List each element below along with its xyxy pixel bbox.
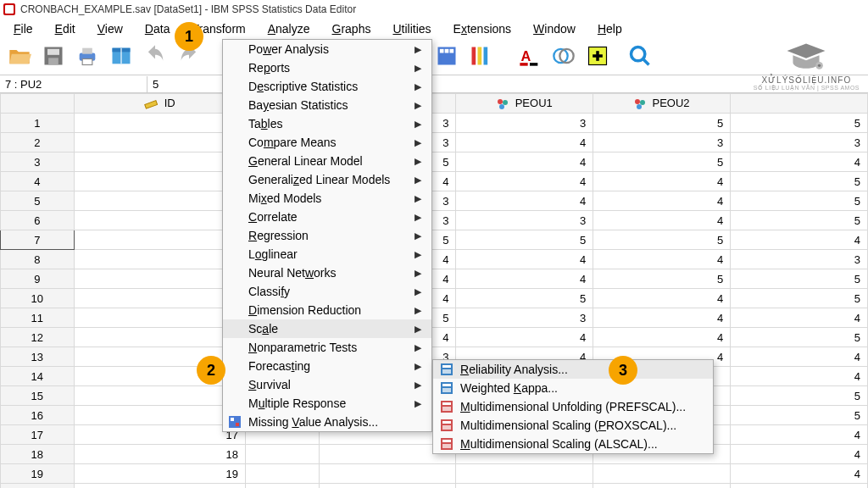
table-row[interactable]: 444445 [1,172,868,191]
menu-file[interactable]: File [3,20,43,37]
menu-item-multiple-response[interactable]: Multiple Response▶ [223,394,431,413]
table-row[interactable]: 223433 [1,133,868,152]
row-number[interactable]: 15 [1,386,75,406]
cell-id[interactable]: 5 [74,191,245,211]
chart-bars-icon[interactable] [466,42,495,70]
cell-id[interactable]: 11 [74,308,245,328]
table-row[interactable]: 12124445 [1,328,868,347]
menu-item-mixed-models[interactable]: Mixed Models▶ [223,189,431,208]
menu-item-loglinear[interactable]: Loglinear▶ [223,245,431,263]
cell-pu4[interactable] [319,464,456,484]
row-number[interactable]: 7 [1,230,75,250]
cell-peou2[interactable]: 4 [593,172,731,191]
menu-item-generalized-linear-models[interactable]: Generalized Linear Models▶ [223,170,431,189]
cell-id[interactable]: 6 [74,211,245,230]
submenu-item-multidimensional-scaling-proxscal-[interactable]: Multidimensional Scaling (PROXSCAL)... [433,416,713,435]
menu-data[interactable]: Data [135,20,181,37]
cell-peou1[interactable]: 4 [456,191,593,211]
menu-item-descriptive-statistics[interactable]: Descriptive Statistics▶ [223,77,431,96]
menu-item-regression[interactable]: Regression▶ [223,226,431,245]
row-number[interactable]: 14 [1,367,75,386]
table-row[interactable]: 884443 [1,250,868,269]
menu-view[interactable]: View [87,20,133,37]
cell-peou2[interactable]: 5 [593,269,731,289]
cell-id[interactable]: 16 [74,406,245,425]
table-row[interactable]: 663345 [1,211,868,230]
row-number[interactable]: 16 [1,406,75,425]
cell-peou2[interactable]: 4 [593,328,731,347]
row-number[interactable]: 2 [1,133,75,152]
cell-extra[interactable]: 4 [731,464,868,484]
undo-icon[interactable] [141,42,170,70]
submenu-item-weighted-kappa-[interactable]: Weighted Kappa... [433,379,713,397]
cell-peou1[interactable]: 4 [456,133,593,152]
menu-item-classify[interactable]: Classify▶ [223,282,431,301]
row-number[interactable]: 20 [1,484,75,489]
menu-item-correlate[interactable]: Correlate▶ [223,208,431,226]
row-number[interactable]: 6 [1,211,75,230]
table-row[interactable]: 19194 [1,464,868,484]
cell-id[interactable]: 17 [74,425,245,445]
submenu-item-multidimensional-scaling-alscal-[interactable]: Multidimensional Scaling (ALSCAL)... [433,435,713,453]
cell-id[interactable]: 2 [74,133,245,152]
menu-item-neural-networks[interactable]: Neural Networks▶ [223,263,431,282]
table-row[interactable]: 994455 [1,269,868,289]
menu-extensions[interactable]: Extensions [443,20,522,37]
cell-peou1[interactable]: 4 [456,152,593,172]
analyze-dropdown[interactable]: Power Analysis▶Reports▶Descriptive Stati… [222,39,432,432]
row-number[interactable]: 10 [1,289,75,308]
cell-extra[interactable]: 4 [731,347,868,367]
col-extra[interactable] [731,94,868,114]
cell-peou1[interactable]: 4 [456,250,593,269]
row-number[interactable]: 4 [1,172,75,191]
cell-id[interactable]: 1 [74,114,245,133]
menu-edit[interactable]: Edit [45,20,86,37]
menu-item-reports[interactable]: Reports▶ [223,58,431,77]
save-icon[interactable] [39,42,68,70]
menu-graphs[interactable]: Graphs [322,20,381,37]
cell-peou2[interactable]: 4 [593,250,731,269]
cell-peou1[interactable]: 5 [456,230,593,250]
cell-peou2[interactable] [593,484,731,489]
cell-extra[interactable]: 3 [731,250,868,269]
row-number[interactable]: 9 [1,269,75,289]
cell-id[interactable]: 9 [74,269,245,289]
chart-grid-icon[interactable] [432,42,461,70]
cell-peou2[interactable] [593,464,731,484]
table-row[interactable]: 10104545 [1,289,868,308]
cell-extra[interactable]: 4 [731,152,868,172]
row-number[interactable]: 12 [1,328,75,347]
table-row[interactable]: 113355 [1,114,868,133]
menu-item-compare-means[interactable]: Compare Means▶ [223,133,431,152]
cell-peou2[interactable]: 3 [593,133,731,152]
table-row[interactable]: 11115344 [1,308,868,328]
menu-item-scale[interactable]: Scale▶ [223,319,431,338]
cell-id[interactable]: 20 [74,484,245,489]
data-view-icon[interactable] [107,42,136,70]
menu-utilities[interactable]: Utilities [382,20,441,37]
cell-peou1[interactable]: 3 [456,211,593,230]
cell-extra[interactable]: 3 [731,133,868,152]
cell-extra[interactable]: 5 [731,172,868,191]
cell-peou2[interactable]: 4 [593,289,731,308]
row-number[interactable]: 18 [1,445,75,464]
cell-peou2[interactable]: 4 [593,308,731,328]
cell-extra[interactable]: 5 [731,328,868,347]
add-target-icon[interactable] [583,42,612,70]
menu-item-missing-value-analysis-[interactable]: Missing Value Analysis... [223,413,431,431]
cell-extra[interactable]: 4 [731,367,868,386]
cell-extra[interactable]: 5 [731,211,868,230]
menu-item-power-analysis[interactable]: Power Analysis▶ [223,40,431,58]
row-number[interactable]: 13 [1,347,75,367]
menu-item-survival[interactable]: Survival▶ [223,375,431,394]
menu-item-forecasting[interactable]: Forecasting▶ [223,357,431,375]
menu-analyze[interactable]: Analyze [258,20,320,37]
scale-submenu[interactable]: Reliability Analysis...Weighted Kappa...… [432,359,714,454]
cell-extra[interactable]: 4 [731,425,868,445]
cell-peou2[interactable]: 5 [593,114,731,133]
cell-id[interactable]: 3 [74,152,245,172]
print-icon[interactable] [73,42,102,70]
cell-peou1[interactable]: 5 [456,289,593,308]
menu-item-dimension-reduction[interactable]: Dimension Reduction▶ [223,301,431,319]
cell-peou2[interactable]: 5 [593,152,731,172]
